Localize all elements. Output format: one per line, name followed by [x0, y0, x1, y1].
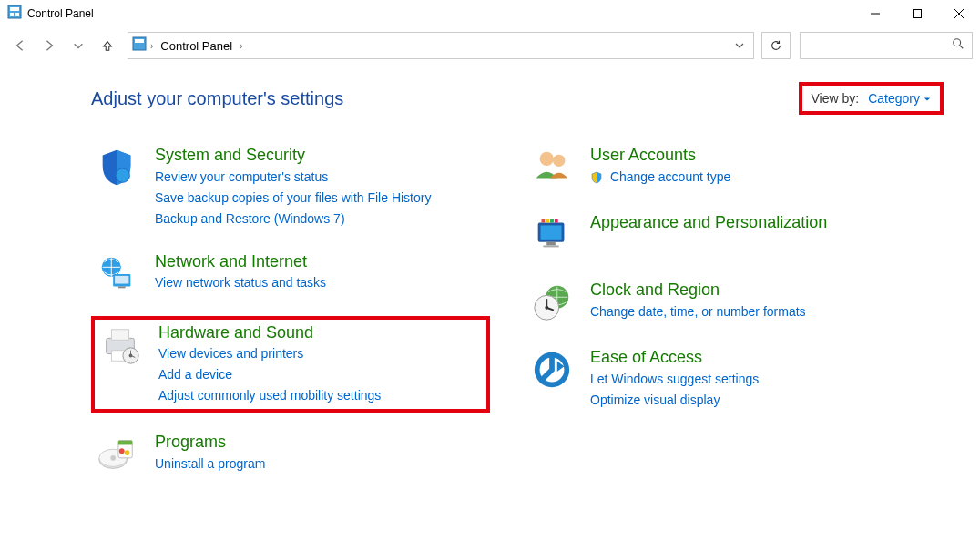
category-programs: Programs Uninstall a program: [91, 429, 490, 480]
svg-rect-18: [111, 329, 128, 340]
page-heading: Adjust your computer's settings: [91, 88, 343, 109]
category-title[interactable]: User Accounts: [590, 146, 730, 166]
category-link[interactable]: Save backup copies of your files with Fi…: [155, 189, 431, 208]
svg-point-45: [545, 306, 548, 310]
category-link[interactable]: Change date, time, or number formats: [590, 302, 806, 322]
category-link[interactable]: Let Windows suggest settings: [590, 370, 759, 389]
category-link[interactable]: Review your computer's status: [155, 168, 431, 187]
category-title[interactable]: Network and Internet: [155, 252, 326, 272]
category-title[interactable]: System and Security: [155, 146, 431, 166]
svg-point-32: [553, 155, 565, 167]
chevron-down-icon: [924, 91, 931, 106]
category-hardware-sound: Hardware and Sound View devices and prin…: [91, 316, 490, 413]
network-icon: [95, 252, 138, 296]
category-title[interactable]: Clock and Region: [590, 281, 806, 301]
address-icon: [132, 36, 147, 55]
search-icon: [952, 37, 965, 54]
category-link[interactable]: View network status and tasks: [155, 273, 326, 292]
address-history-dropdown[interactable]: [730, 37, 750, 54]
category-clock-region: Clock and Region Change date, time, or n…: [526, 277, 925, 328]
svg-point-26: [110, 455, 116, 461]
up-button[interactable]: [95, 33, 120, 58]
back-button[interactable]: [7, 33, 33, 58]
window-title: Control Panel: [27, 7, 94, 20]
category-title[interactable]: Appearance and Personalization: [590, 213, 827, 233]
category-link[interactable]: Optimize visual display: [590, 391, 759, 410]
view-by-value[interactable]: Category: [868, 91, 931, 106]
appearance-icon: [530, 213, 574, 257]
svg-rect-40: [555, 219, 558, 223]
svg-rect-28: [118, 441, 132, 445]
close-button[interactable]: [938, 0, 980, 27]
category-system-security: System and Security Review your computer…: [91, 142, 490, 232]
refresh-button[interactable]: [761, 32, 791, 59]
svg-line-11: [960, 46, 964, 49]
svg-rect-1: [10, 7, 19, 11]
category-appearance-personalization: Appearance and Personalization: [526, 209, 925, 260]
svg-rect-35: [546, 242, 556, 246]
svg-rect-16: [118, 286, 126, 288]
programs-icon: [95, 433, 138, 476]
view-by-selector[interactable]: View by: Category: [799, 82, 944, 115]
svg-rect-15: [115, 276, 128, 284]
navbar: › Control Panel ›: [0, 27, 980, 64]
svg-rect-37: [542, 219, 546, 223]
svg-point-31: [540, 152, 554, 166]
svg-point-29: [119, 448, 125, 454]
clock-icon: [530, 281, 574, 324]
svg-point-10: [954, 39, 961, 46]
svg-rect-3: [15, 13, 19, 16]
svg-point-30: [125, 450, 130, 455]
svg-rect-39: [550, 219, 554, 223]
chevron-right-icon[interactable]: ›: [236, 41, 246, 51]
svg-rect-36: [543, 246, 558, 248]
printer-icon: [98, 323, 142, 367]
shield-icon: [95, 146, 138, 189]
content-area: Adjust your computer's settings View by:…: [0, 64, 980, 480]
svg-rect-2: [10, 13, 14, 16]
category-link[interactable]: Add a device: [158, 365, 381, 384]
search-box[interactable]: [800, 32, 973, 59]
category-title[interactable]: Ease of Access: [590, 348, 759, 368]
category-link[interactable]: View devices and printers: [158, 344, 381, 363]
category-link[interactable]: Adjust commonly used mobility settings: [158, 386, 381, 405]
maximize-button[interactable]: [896, 0, 938, 27]
category-link[interactable]: Backup and Restore (Windows 7): [155, 209, 431, 229]
category-link[interactable]: Change account type: [590, 168, 730, 187]
users-icon: [530, 146, 574, 189]
category-title[interactable]: Programs: [155, 433, 265, 453]
svg-rect-38: [546, 219, 549, 223]
category-title[interactable]: Hardware and Sound: [158, 323, 381, 343]
breadcrumb-root[interactable]: Control Panel: [157, 39, 236, 53]
category-link[interactable]: Uninstall a program: [155, 454, 265, 474]
titlebar: Control Panel: [0, 0, 980, 27]
forward-button[interactable]: [36, 33, 62, 58]
svg-rect-5: [914, 10, 922, 18]
control-panel-icon: [7, 5, 22, 23]
chevron-right-icon[interactable]: ›: [147, 41, 157, 51]
recent-dropdown[interactable]: [66, 33, 91, 58]
shield-small-icon: [590, 171, 603, 184]
address-bar[interactable]: › Control Panel ›: [128, 32, 754, 59]
svg-rect-9: [135, 39, 144, 43]
minimize-button[interactable]: [854, 0, 896, 27]
ease-of-access-icon: [530, 348, 574, 392]
category-network-internet: Network and Internet View network status…: [91, 249, 490, 300]
category-ease-of-access: Ease of Access Let Windows suggest setti…: [526, 344, 925, 413]
category-user-accounts: User Accounts Change account type: [526, 142, 925, 193]
view-by-label: View by:: [812, 91, 860, 106]
svg-point-12: [116, 168, 129, 182]
svg-rect-34: [541, 225, 562, 239]
